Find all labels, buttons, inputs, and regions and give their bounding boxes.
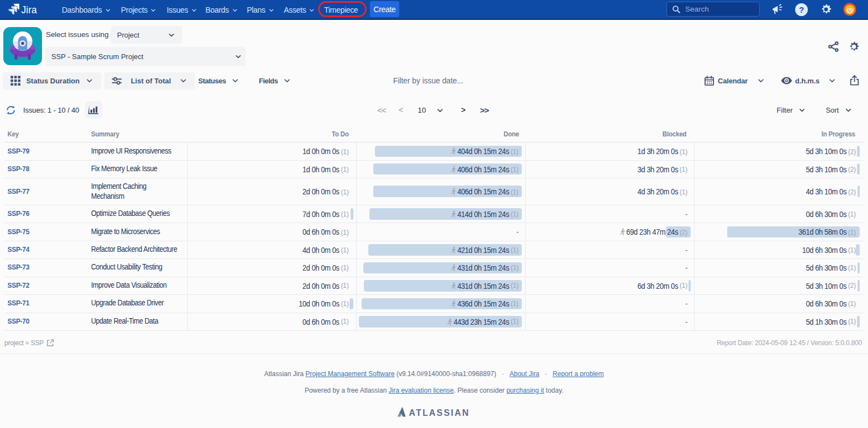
svg-text:ATLASSIAN: ATLASSIAN xyxy=(409,408,470,418)
